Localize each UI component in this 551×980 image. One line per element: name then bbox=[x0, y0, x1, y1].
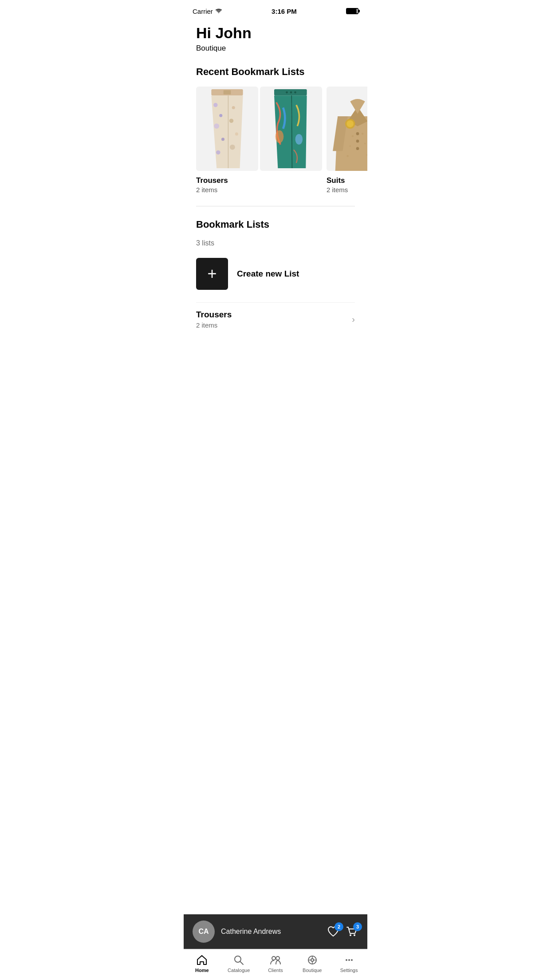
list-item-name: Trousers bbox=[196, 310, 232, 320]
bookmark-group-trousers[interactable]: Trousers 2 items bbox=[196, 87, 322, 194]
main-content: Hi John Boutique Recent Bookmark Lists bbox=[184, 20, 367, 407]
teal-pants-image bbox=[260, 87, 322, 171]
svg-point-15 bbox=[294, 91, 296, 93]
svg-point-23 bbox=[346, 120, 354, 127]
bookmark-lists-title: Bookmark Lists bbox=[196, 219, 355, 230]
greeting-text: Hi John bbox=[196, 24, 355, 42]
svg-point-10 bbox=[230, 144, 235, 150]
svg-point-9 bbox=[235, 132, 238, 135]
status-time: 3:16 PM bbox=[272, 8, 297, 15]
trousers-cards-pair bbox=[196, 87, 322, 171]
svg-point-4 bbox=[214, 123, 219, 129]
trousers-list-count: 2 items bbox=[196, 186, 322, 194]
status-bar: Carrier 3:16 PM bbox=[184, 0, 367, 20]
svg-point-14 bbox=[290, 91, 292, 93]
svg-point-16 bbox=[275, 130, 283, 143]
create-new-list-button[interactable]: + Create new List bbox=[196, 258, 355, 290]
svg-point-20 bbox=[356, 139, 359, 142]
product-card-floral-pants[interactable] bbox=[196, 87, 258, 171]
product-card-teal-pants[interactable] bbox=[260, 87, 322, 171]
carrier-text: Carrier bbox=[193, 8, 213, 15]
plus-icon: + bbox=[207, 266, 216, 282]
wifi-icon bbox=[215, 8, 222, 14]
header-section: Hi John Boutique bbox=[196, 24, 355, 53]
section-divider bbox=[196, 206, 355, 206]
carrier-info: Carrier bbox=[193, 8, 222, 15]
recent-bookmarks-title: Recent Bookmark Lists bbox=[196, 66, 355, 78]
svg-point-24 bbox=[352, 135, 354, 137]
bookmark-cards-row: Trousers 2 items bbox=[184, 87, 367, 194]
list-item-info: Trousers 2 items bbox=[196, 310, 232, 329]
create-list-label: Create new List bbox=[237, 269, 299, 279]
lists-count: 3 lists bbox=[196, 239, 355, 247]
svg-point-2 bbox=[213, 103, 218, 107]
bookmark-group-suits[interactable]: Suits 2 items bbox=[327, 87, 367, 194]
svg-point-21 bbox=[356, 147, 359, 150]
battery-icon bbox=[346, 8, 358, 14]
svg-point-17 bbox=[295, 134, 303, 145]
svg-point-8 bbox=[229, 119, 234, 123]
svg-point-7 bbox=[232, 106, 235, 109]
bookmark-lists-section: Bookmark Lists 3 lists + Create new List bbox=[196, 219, 355, 290]
svg-point-13 bbox=[286, 91, 288, 93]
svg-rect-1 bbox=[224, 90, 231, 95]
suits-cards-pair bbox=[327, 87, 367, 171]
trousers-list-name: Trousers bbox=[196, 176, 322, 185]
camel-blazer-image bbox=[327, 87, 367, 171]
svg-point-28 bbox=[346, 155, 348, 157]
svg-point-5 bbox=[221, 138, 224, 141]
suits-list-count: 2 items bbox=[327, 186, 367, 194]
svg-point-6 bbox=[216, 150, 220, 154]
floral-pants-image bbox=[196, 87, 258, 171]
boutique-label: Boutique bbox=[196, 44, 355, 53]
suits-list-name: Suits bbox=[327, 176, 367, 185]
chevron-right-icon: › bbox=[352, 314, 355, 324]
product-card-camel-blazer[interactable] bbox=[327, 87, 367, 171]
svg-point-26 bbox=[350, 145, 351, 146]
svg-point-27 bbox=[364, 143, 366, 144]
svg-line-18 bbox=[291, 95, 292, 168]
svg-point-25 bbox=[362, 133, 363, 134]
plus-box: + bbox=[196, 258, 228, 290]
svg-point-19 bbox=[356, 132, 359, 135]
list-item-count: 2 items bbox=[196, 321, 232, 329]
list-item-trousers[interactable]: Trousers 2 items › bbox=[196, 302, 355, 336]
svg-point-3 bbox=[219, 114, 222, 117]
